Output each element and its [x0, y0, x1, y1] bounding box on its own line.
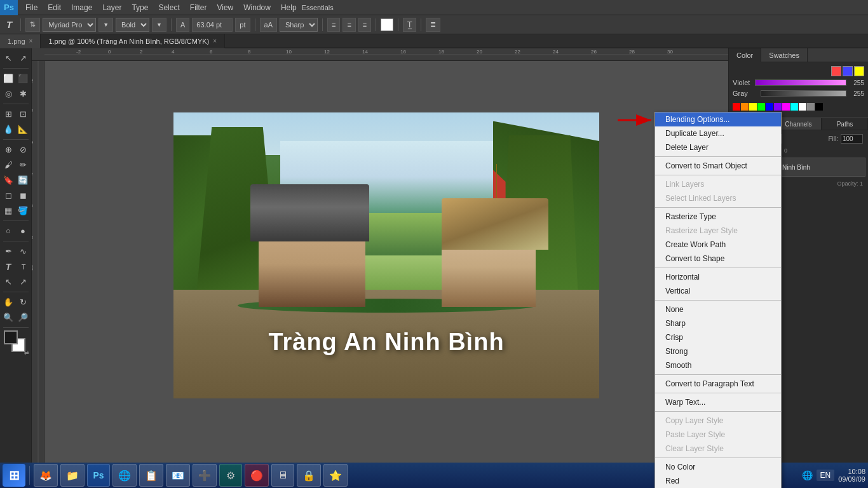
swatches-panel-tab[interactable]: Swatches [761, 48, 808, 62]
font-style-select[interactable]: Bold [116, 18, 149, 32]
ruler-tool[interactable]: 📐 [16, 122, 31, 137]
cm-sharp[interactable]: Sharp [655, 316, 781, 330]
artboard-tool[interactable]: ↗ [16, 51, 31, 65]
menu-edit[interactable]: Edit [43, 0, 66, 15]
cm-convert-to-shape[interactable]: Convert to Shape [655, 252, 781, 266]
palette-gray[interactable] [807, 103, 815, 111]
taskbar-monitor[interactable]: 🖥 [271, 464, 294, 487]
menu-select[interactable]: Select [153, 0, 184, 15]
paths-tab[interactable]: Paths [822, 118, 868, 130]
fill-input[interactable] [841, 134, 863, 144]
direct-selection-tool[interactable]: ↗ [16, 274, 31, 289]
color-panel-tab[interactable]: Color [729, 48, 761, 62]
gray-slider[interactable] [761, 90, 846, 97]
palette-violet[interactable] [774, 103, 782, 111]
align-center-btn[interactable]: ≡ [342, 18, 355, 32]
start-button[interactable]: ⊞ [3, 464, 25, 487]
menu-view[interactable]: View [212, 0, 238, 15]
tab-1-close[interactable]: × [29, 37, 33, 44]
fg-color-chip[interactable] [4, 330, 18, 344]
taskbar-outlook[interactable]: 📧 [166, 464, 190, 487]
cm-no-color[interactable]: No Color [655, 460, 781, 474]
cm-create-work-path[interactable]: Create Work Path [655, 238, 781, 252]
move-tool[interactable]: ↖ [1, 51, 16, 65]
cm-delete-layer[interactable]: Delete Layer [655, 140, 781, 154]
burn-tool[interactable]: ● [16, 224, 31, 238]
cm-convert-paragraph-text[interactable]: Convert to Paragraph Text [655, 377, 781, 391]
taskbar-chrome[interactable]: 🌐 [112, 464, 137, 487]
taskbar-green-app[interactable]: ⚙ [219, 464, 242, 487]
paint-bucket-tool[interactable]: 🪣 [16, 203, 31, 218]
cm-none[interactable]: None [655, 302, 781, 316]
clone-stamp-tool[interactable]: 🔖 [1, 173, 16, 187]
crop-tool[interactable]: ⊞ [1, 107, 16, 121]
vertical-text-tool[interactable]: T [16, 259, 31, 274]
cm-warp-text[interactable]: Warp Text... [655, 395, 781, 409]
cm-blending-options[interactable]: Blending Options... [655, 112, 781, 126]
tab-2[interactable]: 1.png @ 100% (Tràng An Ninh Bình, RGB/8/… [41, 34, 225, 48]
palette-cyan[interactable] [790, 103, 798, 111]
path-selection-tool[interactable]: ↖ [1, 274, 16, 289]
patch-tool[interactable]: ⊘ [16, 142, 31, 157]
cm-strong[interactable]: Strong [655, 344, 781, 358]
pencil-tool[interactable]: ✏ [16, 158, 31, 172]
canvas-image[interactable]: Tràng An Ninh Bình [173, 112, 599, 398]
lang-btn[interactable]: EN [817, 470, 835, 481]
text-color-swatch[interactable] [381, 18, 393, 31]
menu-file[interactable]: File [20, 0, 43, 15]
eraser-tool[interactable]: ◻ [1, 188, 16, 203]
cm-rasterize-type[interactable]: Rasterize Type [655, 210, 781, 224]
dodge-tool[interactable]: ○ [1, 224, 16, 238]
bg-eraser-tool[interactable]: ◼ [16, 188, 31, 203]
taskbar-star[interactable]: ⭐ [323, 464, 348, 487]
hand-tool[interactable]: ✋ [1, 295, 16, 309]
cm-horizontal[interactable]: Horizontal [655, 270, 781, 284]
font-size-down[interactable]: ▼ [98, 18, 113, 32]
palette-blue[interactable] [766, 103, 773, 111]
cm-convert-smart-object[interactable]: Convert to Smart Object [655, 159, 781, 173]
font-family-select[interactable]: Myriad Pro [43, 18, 96, 32]
eyedropper-tool[interactable]: 💧 [1, 122, 16, 137]
zoom-tool[interactable]: 🔍 [1, 310, 16, 325]
antialiasing-select[interactable]: Sharp [280, 18, 318, 32]
history-brush-tool[interactable]: 🔄 [16, 173, 31, 187]
palette-black[interactable] [815, 103, 823, 111]
palette-green[interactable] [757, 103, 765, 111]
magic-wand-tool[interactable]: ✱ [16, 86, 31, 101]
taskbar-firefox[interactable]: 🦊 [34, 464, 58, 487]
quick-select-tool[interactable]: ◎ [1, 86, 16, 101]
perspective-crop-tool[interactable]: ⊡ [16, 107, 31, 121]
taskbar-add[interactable]: ➕ [193, 464, 217, 487]
align-right-btn[interactable]: ≡ [358, 18, 371, 32]
menu-image[interactable]: Image [66, 0, 97, 15]
canvas-text-overlay[interactable]: Tràng An Ninh Bình [195, 329, 578, 356]
align-left-btn[interactable]: ≡ [327, 18, 340, 32]
taskbar-security[interactable]: 🔒 [297, 464, 321, 487]
taskbar-ps[interactable]: Ps [87, 464, 110, 487]
taskbar-explorer[interactable]: 📁 [60, 464, 85, 487]
marquee-tool[interactable]: ⬜ [1, 71, 16, 86]
cm-duplicate-layer[interactable]: Duplicate Layer... [655, 126, 781, 140]
menu-layer[interactable]: Layer [97, 0, 126, 15]
palette-red[interactable] [733, 103, 740, 111]
palette-yellow[interactable] [749, 103, 757, 111]
menu-filter[interactable]: Filter [185, 0, 212, 15]
gradient-tool[interactable]: ▦ [1, 203, 16, 218]
menu-type[interactable]: Type [126, 0, 153, 15]
cm-crisp[interactable]: Crisp [655, 330, 781, 344]
swap-colors-icon[interactable]: ⇄ [24, 349, 29, 356]
rotate-view-tool[interactable]: ↻ [16, 295, 31, 309]
healing-brush-tool[interactable]: ⊕ [1, 142, 16, 157]
taskbar-red-app[interactable]: 🔴 [245, 464, 269, 487]
cm-red[interactable]: Red [655, 474, 781, 488]
tab-1[interactable]: 1.png × [0, 34, 41, 48]
palette-orange[interactable] [741, 103, 749, 111]
font-style-down[interactable]: ▼ [152, 18, 166, 32]
palette-magenta[interactable] [782, 103, 790, 111]
palette-white[interactable] [799, 103, 806, 111]
cm-smooth[interactable]: Smooth [655, 358, 781, 372]
brush-tool[interactable]: 🖌 [1, 158, 16, 172]
lasso-tool[interactable]: ⬛ [16, 71, 31, 86]
cm-vertical[interactable]: Vertical [655, 284, 781, 298]
taskbar-excel[interactable]: 📋 [139, 464, 163, 487]
